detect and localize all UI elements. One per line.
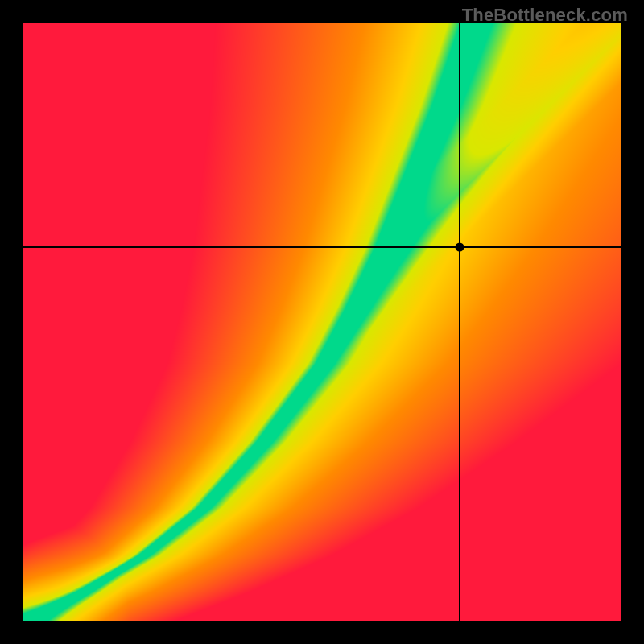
watermark-text: TheBottleneck.com — [462, 5, 628, 26]
crosshair-vertical — [459, 23, 460, 621]
crosshair-horizontal — [23, 246, 621, 248]
plot-area — [23, 23, 621, 621]
heatmap-canvas — [23, 23, 621, 621]
chart-container: TheBottleneck.com — [0, 0, 644, 644]
selection-marker — [456, 243, 464, 252]
